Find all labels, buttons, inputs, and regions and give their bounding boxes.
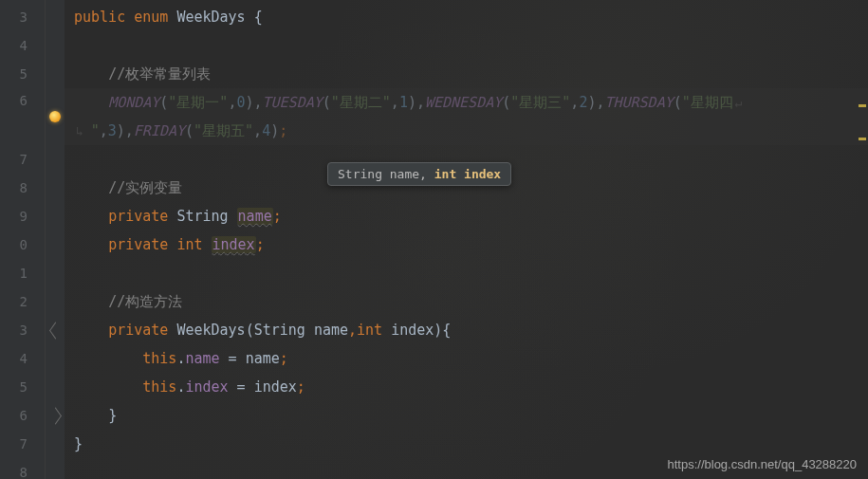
line-number[interactable]: 9 <box>0 202 45 230</box>
gutter-slot <box>46 88 65 145</box>
line-number[interactable]: 6 <box>0 401 45 430</box>
fold-start-icon[interactable] <box>49 322 62 339</box>
line-number[interactable]: 6 <box>0 88 45 145</box>
gutter-slot <box>46 401 65 430</box>
code-line[interactable]: } <box>65 430 868 458</box>
code-line[interactable] <box>65 259 868 287</box>
text: ) <box>270 122 279 139</box>
keyword: enum <box>134 9 168 26</box>
text: , <box>348 322 357 339</box>
code-line[interactable]: private String name; <box>65 202 868 230</box>
code-line[interactable] <box>65 31 868 60</box>
comment: //构造方法 <box>108 293 182 311</box>
string: " <box>91 122 100 139</box>
line-number[interactable]: 0 <box>0 230 45 259</box>
indent <box>74 94 108 111</box>
code-line[interactable]: MONDAY("星期一",0),TUESDAY("星期二",1),WEDNESD… <box>65 88 868 145</box>
constructor-name: WeekDays <box>176 322 245 339</box>
indent <box>74 65 108 83</box>
text: ), <box>587 94 604 111</box>
warning-marker[interactable] <box>859 138 866 140</box>
tooltip-current-param: int index <box>434 167 501 181</box>
gutter-slot <box>46 287 65 316</box>
text: ; <box>280 350 288 367</box>
text <box>305 322 314 339</box>
gutter-slot <box>46 145 65 174</box>
code-line[interactable]: private WeekDays(String name,int index){ <box>65 316 868 344</box>
text: , <box>253 122 262 139</box>
text: ( <box>246 322 254 339</box>
indent <box>74 407 108 424</box>
text: = <box>220 350 246 367</box>
enum-constant: FRIDAY <box>134 122 185 139</box>
line-number[interactable]: 3 <box>0 3 45 31</box>
string: "星期五" <box>194 122 253 140</box>
comment: //枚举常量列表 <box>108 65 211 83</box>
comment: //实例变量 <box>108 179 182 197</box>
field-name: name <box>237 208 273 225</box>
code-line[interactable]: private int index; <box>65 230 868 259</box>
gutter-slot <box>46 259 65 287</box>
line-number[interactable]: 7 <box>0 145 45 174</box>
text: ( <box>159 94 168 111</box>
keyword: private <box>108 236 168 253</box>
text: ( <box>674 94 682 111</box>
string: "星期三" <box>510 94 570 112</box>
string: "星期四 <box>682 94 733 112</box>
gutter-annotations <box>46 0 65 479</box>
line-number-gutter[interactable]: 3 4 5 6 7 8 9 0 1 2 3 4 5 6 7 8 <box>0 0 46 479</box>
keyword: private <box>108 322 168 339</box>
gutter-slot <box>46 430 65 458</box>
line-number[interactable]: 4 <box>0 344 45 373</box>
line-number[interactable]: 8 <box>0 174 45 202</box>
enum-constant: THURSDAY <box>604 94 673 111</box>
indent <box>74 293 108 310</box>
line-number[interactable]: 8 <box>0 458 45 479</box>
soft-wrap-icon: ↵ <box>735 96 743 110</box>
line-number[interactable]: 7 <box>0 430 45 458</box>
text: ( <box>323 94 331 111</box>
line-number[interactable]: 3 <box>0 316 45 344</box>
field-name: index <box>212 236 256 253</box>
text <box>125 9 134 26</box>
string: "星期一" <box>168 94 228 112</box>
class-name: WeekDays <box>176 9 245 26</box>
var: name <box>246 350 280 367</box>
text: ; <box>297 378 305 396</box>
type: String <box>254 322 305 339</box>
keyword: this <box>142 350 176 367</box>
gutter-slot <box>46 174 65 202</box>
line-number[interactable]: 5 <box>0 373 45 401</box>
text: ( <box>185 122 194 139</box>
warning-marker[interactable] <box>859 104 866 107</box>
text: ( <box>502 94 510 111</box>
line-number[interactable]: 1 <box>0 259 45 287</box>
soft-wrap-cont-icon: ↳ <box>76 124 91 138</box>
param: name <box>314 322 348 339</box>
watermark: https://blog.csdn.net/qq_43288220 <box>668 457 858 471</box>
line-number[interactable]: 4 <box>0 31 45 60</box>
line-number[interactable]: 2 <box>0 287 45 316</box>
keyword: private <box>108 208 168 225</box>
text: , <box>570 94 579 111</box>
code-line[interactable]: //枚举常量列表 <box>65 60 868 88</box>
text <box>168 322 176 339</box>
code-line[interactable]: //构造方法 <box>65 287 868 316</box>
enum-constant: WEDNESDAY <box>425 94 502 111</box>
indent <box>74 208 108 225</box>
code-content[interactable]: public enum WeekDays { //枚举常量列表 MONDAY("… <box>65 0 868 479</box>
code-line[interactable]: this.index = index; <box>65 373 868 401</box>
intention-bulb-icon[interactable] <box>49 111 61 122</box>
line-number[interactable]: 5 <box>0 60 45 88</box>
code-line[interactable]: } <box>65 401 868 430</box>
text: . <box>176 378 185 396</box>
string: "星期二" <box>331 94 391 112</box>
code-line[interactable]: public enum WeekDays { <box>65 3 868 31</box>
text: ){ <box>434 322 451 339</box>
gutter-slot <box>46 60 65 88</box>
text <box>229 208 237 225</box>
text: , <box>391 94 399 111</box>
code-line[interactable]: this.name = name; <box>65 344 868 373</box>
error-stripe[interactable] <box>857 0 866 479</box>
fold-end-icon[interactable] <box>49 407 62 424</box>
